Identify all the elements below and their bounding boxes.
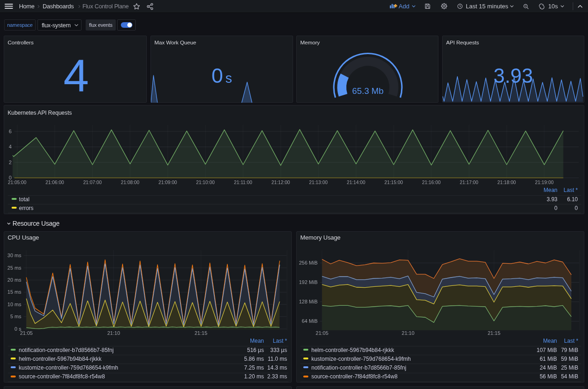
svg-text:21:08:00: 21:08:00	[121, 180, 139, 185]
svg-text:21:05: 21:05	[20, 330, 33, 336]
svg-text:21:09:00: 21:09:00	[158, 180, 177, 185]
svg-text:21:14:00: 21:14:00	[347, 180, 365, 185]
svg-text:21:15: 21:15	[194, 330, 207, 336]
svg-text:21:17:00: 21:17:00	[460, 180, 478, 185]
svg-text:256 MiB: 256 MiB	[299, 260, 318, 266]
svg-text:21:15: 21:15	[488, 330, 500, 336]
svg-text:30 ms: 30 ms	[7, 253, 21, 258]
svg-text:65.3 Mb: 65.3 Mb	[352, 86, 384, 96]
svg-text:64 MiB: 64 MiB	[302, 318, 318, 324]
svg-text:6: 6	[9, 129, 12, 134]
svg-text:21:16:00: 21:16:00	[422, 180, 441, 185]
svg-text:21:11:00: 21:11:00	[234, 180, 252, 185]
svg-text:5 ms: 5 ms	[10, 314, 21, 319]
svg-text:21:10: 21:10	[402, 330, 415, 336]
svg-text:21:18:00: 21:18:00	[497, 180, 516, 185]
svg-text:21:06:00: 21:06:00	[45, 180, 64, 185]
svg-text:21:05:00: 21:05:00	[8, 180, 26, 185]
svg-text:10 ms: 10 ms	[7, 302, 21, 307]
svg-text:21:07:00: 21:07:00	[83, 180, 102, 185]
svg-text:128 MiB: 128 MiB	[299, 299, 318, 304]
svg-text:21:05: 21:05	[316, 330, 329, 336]
svg-text:21:12:00: 21:12:00	[271, 180, 290, 185]
svg-text:25 ms: 25 ms	[7, 265, 21, 271]
svg-text:21:19:00: 21:19:00	[535, 180, 554, 185]
svg-text:21:13:00: 21:13:00	[309, 180, 328, 185]
svg-text:4: 4	[9, 144, 12, 149]
svg-text:21:10: 21:10	[107, 330, 120, 336]
svg-text:21:15:00: 21:15:00	[384, 180, 403, 185]
svg-text:2: 2	[9, 160, 12, 165]
svg-text:21:10:00: 21:10:00	[196, 180, 215, 185]
svg-text:15 ms: 15 ms	[7, 289, 21, 295]
svg-text:20 ms: 20 ms	[7, 277, 21, 283]
svg-text:192 MiB: 192 MiB	[299, 279, 318, 285]
